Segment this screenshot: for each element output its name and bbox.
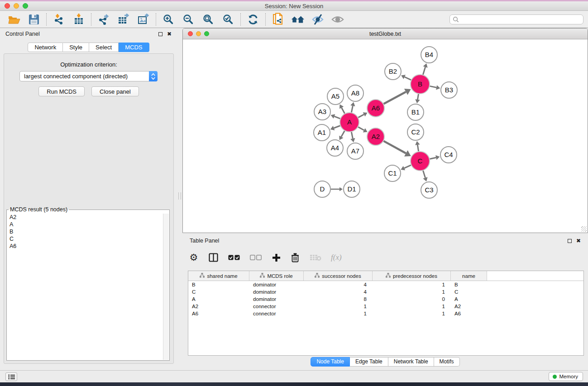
graph-node-C2[interactable]: C2	[407, 124, 424, 140]
tab-network[interactable]: Network	[28, 43, 63, 52]
cell-MCDS-role[interactable]: dominator	[249, 296, 304, 302]
search-input[interactable]	[449, 14, 583, 24]
window-controls[interactable]	[5, 3, 28, 9]
cell-shared-name[interactable]: A2	[188, 304, 249, 309]
table-row[interactable]: Cdominator41C	[188, 288, 583, 295]
graph-node-B[interactable]: B	[411, 75, 430, 94]
close-panel-icon[interactable]: ✖	[167, 31, 172, 37]
edge-B-B3[interactable]	[430, 86, 437, 87]
network-canvas[interactable]: B4B2BB3A8A5A6A3B1AC2A1A2A4A7C4CC1DD1C3	[183, 39, 588, 233]
float-table-panel-icon[interactable]	[568, 239, 572, 243]
edge-A6-B[interactable]	[384, 92, 406, 104]
graph-node-A4[interactable]: A4	[327, 140, 343, 156]
cell-predecessor-nodes[interactable]: 0	[373, 296, 451, 302]
graph-node-A[interactable]: A	[340, 113, 359, 132]
zoom-in-icon[interactable]	[162, 13, 175, 26]
mcds-result-item[interactable]: A6	[7, 243, 163, 250]
graph-node-C3[interactable]: C3	[421, 182, 437, 198]
graph-node-D1[interactable]: D1	[344, 181, 360, 197]
window-resize-grip[interactable]	[581, 226, 587, 232]
cell-name[interactable]: C	[451, 289, 487, 295]
mcds-result-item[interactable]: C	[7, 235, 163, 243]
mcds-result-list[interactable]: A2ABCA6	[7, 214, 163, 360]
table-row[interactable]: Bdominator41B	[188, 281, 583, 288]
show-columns-icon[interactable]	[208, 251, 219, 264]
select-all-icon[interactable]	[228, 251, 240, 264]
deselect-all-icon[interactable]	[249, 251, 262, 264]
edge-C-C4[interactable]	[430, 157, 436, 159]
function-builder-icon[interactable]: f(x)	[331, 253, 342, 262]
cell-successor-nodes[interactable]: 4	[304, 282, 373, 287]
edge-A-A2[interactable]	[358, 127, 364, 130]
cell-shared-name[interactable]: A	[188, 296, 249, 302]
tab-network-table[interactable]: Network Table	[388, 357, 434, 367]
column-header-MCDS-role[interactable]: MCDS role	[249, 271, 304, 281]
edge-B-B1[interactable]	[418, 94, 419, 100]
zoom-window-button[interactable]	[23, 3, 28, 9]
cell-successor-nodes[interactable]: 1	[304, 304, 373, 309]
refresh-layout-icon[interactable]	[246, 13, 260, 26]
column-header-name[interactable]: name	[451, 271, 487, 281]
edge-A-A6[interactable]	[358, 114, 364, 118]
network-graph[interactable]: B4B2BB3A8A5A6A3B1AC2A1A2A4A7C4CC1DD1C3	[183, 39, 588, 233]
graph-node-B1[interactable]: B1	[407, 104, 424, 120]
delete-table-icon[interactable]	[309, 251, 322, 264]
edge-A-A5[interactable]	[342, 108, 345, 114]
cell-successor-nodes[interactable]: 4	[304, 289, 373, 295]
tab-edge-table[interactable]: Edge Table	[350, 357, 388, 367]
edge-B-B4[interactable]	[423, 67, 425, 75]
cell-name[interactable]: A2	[451, 304, 487, 309]
mcds-result-item[interactable]: A2	[7, 214, 163, 221]
table-row[interactable]: A6connector11A6	[188, 310, 583, 317]
zoom-fit-icon[interactable]	[201, 13, 215, 26]
run-mcds-button[interactable]: Run MCDS	[38, 86, 85, 96]
edge-C-C3[interactable]	[423, 171, 425, 178]
add-column-icon[interactable]	[271, 251, 281, 264]
graph-node-A3[interactable]: A3	[314, 104, 330, 120]
graph-node-C1[interactable]: C1	[384, 165, 401, 181]
open-session-icon[interactable]	[7, 13, 21, 26]
edge-A-A4[interactable]	[341, 131, 344, 137]
column-header-shared-name[interactable]: shared name	[188, 271, 249, 281]
cell-shared-name[interactable]: A6	[188, 311, 249, 316]
panel-splitter-handle[interactable]	[178, 192, 181, 200]
graph-node-C[interactable]: C	[411, 152, 430, 171]
cell-MCDS-role[interactable]: dominator	[249, 282, 304, 287]
graph-node-A8[interactable]: A8	[347, 85, 363, 101]
zoom-selected-icon[interactable]	[221, 13, 235, 26]
graph-node-D[interactable]: D	[314, 181, 330, 197]
cell-MCDS-role[interactable]: connector	[249, 304, 304, 309]
mcds-list-scrollbar[interactable]	[163, 214, 169, 360]
mcds-result-item[interactable]: B	[7, 228, 163, 235]
network-minimize-button[interactable]	[196, 31, 201, 36]
graph-node-A7[interactable]: A7	[347, 143, 363, 159]
edge-A-A1[interactable]	[334, 126, 340, 128]
network-close-button[interactable]	[188, 31, 193, 36]
column-header-successor-nodes[interactable]: successor nodes	[304, 271, 373, 281]
tab-motifs[interactable]: Motifs	[434, 357, 460, 367]
cell-predecessor-nodes[interactable]: 1	[373, 311, 451, 316]
tab-mcds[interactable]: MCDS	[119, 43, 149, 52]
cell-MCDS-role[interactable]: connector	[249, 311, 304, 316]
cell-MCDS-role[interactable]: dominator	[249, 289, 304, 295]
export-image-icon[interactable]	[137, 13, 150, 26]
graph-node-A1[interactable]: A1	[314, 124, 330, 141]
edge-A-A8[interactable]	[351, 106, 353, 113]
close-panel-button[interactable]: Close panel	[91, 86, 139, 96]
close-table-panel-icon[interactable]: ✖	[576, 238, 581, 243]
home-layout-icon[interactable]	[291, 13, 305, 26]
mcds-result-item[interactable]: A	[7, 221, 163, 228]
cell-predecessor-nodes[interactable]: 1	[373, 282, 451, 287]
cell-name[interactable]: A	[451, 296, 487, 302]
cell-name[interactable]: A6	[451, 311, 487, 316]
clone-network-icon[interactable]	[271, 13, 285, 26]
save-session-icon[interactable]	[27, 13, 41, 26]
graph-node-B2[interactable]: B2	[385, 63, 401, 80]
minimize-window-button[interactable]	[14, 3, 19, 9]
hide-details-icon[interactable]	[311, 13, 325, 26]
export-table-icon[interactable]	[117, 13, 130, 26]
table-row[interactable]: Adominator80A	[188, 295, 583, 303]
float-panel-icon[interactable]	[158, 32, 163, 36]
edge-A2-C[interactable]	[384, 141, 406, 153]
graph-node-A6[interactable]: A6	[367, 100, 384, 117]
